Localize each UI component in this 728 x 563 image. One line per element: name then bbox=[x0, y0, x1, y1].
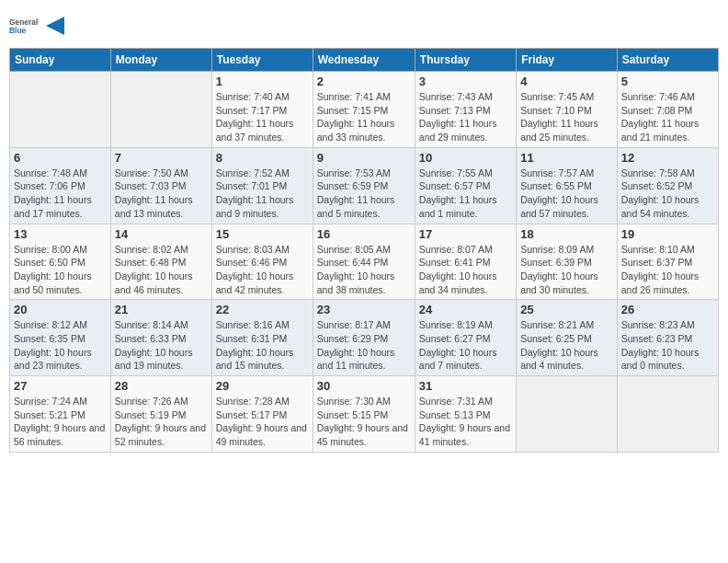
calendar-cell: 7Sunrise: 7:50 AMSunset: 7:03 PMDaylight… bbox=[110, 147, 211, 224]
day-number: 3 bbox=[419, 75, 512, 88]
day-info: Sunrise: 8:09 AMSunset: 6:39 PMDaylight:… bbox=[520, 243, 613, 297]
header-day-friday: Friday bbox=[517, 49, 618, 72]
day-number: 17 bbox=[419, 227, 512, 241]
day-number: 16 bbox=[317, 227, 411, 241]
day-number: 20 bbox=[14, 303, 107, 316]
day-number: 10 bbox=[419, 151, 512, 165]
day-number: 11 bbox=[520, 151, 613, 165]
day-number: 9 bbox=[317, 151, 411, 165]
day-info: Sunrise: 8:17 AMSunset: 6:29 PMDaylight:… bbox=[317, 318, 411, 373]
calendar-cell: 12Sunrise: 7:58 AMSunset: 6:52 PMDayligh… bbox=[617, 147, 718, 224]
calendar-cell: 30Sunrise: 7:30 AMSunset: 5:15 PMDayligh… bbox=[313, 376, 415, 453]
day-number: 28 bbox=[115, 379, 208, 393]
day-number: 30 bbox=[317, 379, 411, 393]
calendar-cell: 24Sunrise: 8:19 AMSunset: 6:27 PMDayligh… bbox=[415, 300, 516, 376]
calendar-cell: 8Sunrise: 7:52 AMSunset: 7:01 PMDaylight… bbox=[211, 147, 313, 224]
day-info: Sunrise: 8:12 AMSunset: 6:35 PMDaylight:… bbox=[14, 318, 107, 373]
day-info: Sunrise: 7:41 AMSunset: 7:15 PMDaylight:… bbox=[317, 90, 411, 144]
day-info: Sunrise: 8:16 AMSunset: 6:31 PMDaylight:… bbox=[216, 318, 309, 373]
header-day-thursday: Thursday bbox=[415, 49, 516, 72]
calendar-week-1: 1Sunrise: 7:40 AMSunset: 7:17 PMDaylight… bbox=[10, 72, 719, 148]
calendar-cell: 18Sunrise: 8:09 AMSunset: 6:39 PMDayligh… bbox=[517, 224, 618, 300]
day-info: Sunrise: 7:58 AMSunset: 6:52 PMDaylight:… bbox=[621, 167, 714, 221]
day-number: 24 bbox=[419, 303, 512, 316]
day-info: Sunrise: 7:46 AMSunset: 7:08 PMDaylight:… bbox=[621, 90, 714, 144]
day-info: Sunrise: 7:31 AMSunset: 5:13 PMDaylight:… bbox=[419, 395, 512, 449]
logo-arrow-icon bbox=[46, 17, 64, 35]
day-number: 22 bbox=[216, 303, 309, 316]
calendar-cell: 20Sunrise: 8:12 AMSunset: 6:35 PMDayligh… bbox=[10, 300, 111, 376]
calendar-cell: 28Sunrise: 7:26 AMSunset: 5:19 PMDayligh… bbox=[110, 376, 211, 453]
svg-text:Blue: Blue bbox=[9, 26, 27, 35]
header-day-tuesday: Tuesday bbox=[211, 49, 313, 72]
calendar-cell: 19Sunrise: 8:10 AMSunset: 6:37 PMDayligh… bbox=[617, 224, 718, 300]
calendar-cell bbox=[517, 376, 618, 453]
calendar-week-5: 27Sunrise: 7:24 AMSunset: 5:21 PMDayligh… bbox=[10, 376, 719, 453]
logo-svg: General Blue bbox=[9, 9, 42, 42]
calendar-cell: 9Sunrise: 7:53 AMSunset: 6:59 PMDaylight… bbox=[313, 147, 415, 224]
day-info: Sunrise: 8:07 AMSunset: 6:41 PMDaylight:… bbox=[419, 243, 512, 297]
day-info: Sunrise: 8:03 AMSunset: 6:46 PMDaylight:… bbox=[216, 243, 309, 297]
calendar-cell: 1Sunrise: 7:40 AMSunset: 7:17 PMDaylight… bbox=[211, 72, 313, 148]
day-info: Sunrise: 7:50 AMSunset: 7:03 PMDaylight:… bbox=[115, 167, 208, 221]
calendar-cell: 27Sunrise: 7:24 AMSunset: 5:21 PMDayligh… bbox=[10, 376, 111, 453]
day-number: 31 bbox=[419, 379, 512, 393]
calendar-cell bbox=[617, 376, 718, 453]
day-info: Sunrise: 8:21 AMSunset: 6:25 PMDaylight:… bbox=[520, 318, 613, 373]
day-number: 21 bbox=[115, 303, 208, 316]
calendar-cell: 11Sunrise: 7:57 AMSunset: 6:55 PMDayligh… bbox=[517, 147, 618, 224]
day-number: 23 bbox=[317, 303, 411, 316]
day-info: Sunrise: 7:30 AMSunset: 5:15 PMDaylight:… bbox=[317, 395, 411, 449]
day-number: 14 bbox=[115, 227, 208, 241]
calendar-cell: 4Sunrise: 7:45 AMSunset: 7:10 PMDaylight… bbox=[517, 72, 618, 148]
day-info: Sunrise: 8:02 AMSunset: 6:48 PMDaylight:… bbox=[115, 243, 208, 297]
day-number: 18 bbox=[520, 227, 613, 241]
day-number: 5 bbox=[621, 75, 714, 88]
header-day-saturday: Saturday bbox=[617, 49, 718, 72]
header: General Blue bbox=[9, 9, 719, 42]
day-number: 27 bbox=[14, 379, 107, 393]
day-number: 8 bbox=[216, 151, 309, 165]
day-info: Sunrise: 7:43 AMSunset: 7:13 PMDaylight:… bbox=[419, 90, 512, 144]
day-info: Sunrise: 8:14 AMSunset: 6:33 PMDaylight:… bbox=[115, 318, 208, 373]
calendar-cell: 15Sunrise: 8:03 AMSunset: 6:46 PMDayligh… bbox=[211, 224, 313, 300]
day-number: 19 bbox=[621, 227, 714, 241]
day-number: 7 bbox=[115, 151, 208, 165]
day-info: Sunrise: 7:48 AMSunset: 7:06 PMDaylight:… bbox=[14, 167, 107, 221]
calendar-cell: 5Sunrise: 7:46 AMSunset: 7:08 PMDaylight… bbox=[617, 72, 718, 148]
day-number: 13 bbox=[14, 227, 107, 241]
calendar-cell: 26Sunrise: 8:23 AMSunset: 6:23 PMDayligh… bbox=[617, 300, 718, 376]
calendar-week-3: 13Sunrise: 8:00 AMSunset: 6:50 PMDayligh… bbox=[10, 224, 719, 300]
calendar-cell: 31Sunrise: 7:31 AMSunset: 5:13 PMDayligh… bbox=[415, 376, 516, 453]
day-number: 29 bbox=[216, 379, 309, 393]
calendar-cell: 29Sunrise: 7:28 AMSunset: 5:17 PMDayligh… bbox=[211, 376, 313, 453]
header-day-monday: Monday bbox=[110, 49, 211, 72]
day-number: 1 bbox=[216, 75, 309, 88]
calendar-week-2: 6Sunrise: 7:48 AMSunset: 7:06 PMDaylight… bbox=[10, 147, 719, 224]
calendar-cell: 2Sunrise: 7:41 AMSunset: 7:15 PMDaylight… bbox=[313, 72, 415, 148]
day-info: Sunrise: 7:53 AMSunset: 6:59 PMDaylight:… bbox=[317, 167, 411, 221]
calendar-cell: 21Sunrise: 8:14 AMSunset: 6:33 PMDayligh… bbox=[110, 300, 211, 376]
header-day-sunday: Sunday bbox=[10, 49, 111, 72]
day-info: Sunrise: 8:23 AMSunset: 6:23 PMDaylight:… bbox=[621, 318, 714, 373]
day-info: Sunrise: 7:57 AMSunset: 6:55 PMDaylight:… bbox=[520, 167, 613, 221]
day-info: Sunrise: 7:55 AMSunset: 6:57 PMDaylight:… bbox=[419, 167, 512, 221]
calendar-cell: 22Sunrise: 8:16 AMSunset: 6:31 PMDayligh… bbox=[211, 300, 313, 376]
day-number: 15 bbox=[216, 227, 309, 241]
day-info: Sunrise: 7:40 AMSunset: 7:17 PMDaylight:… bbox=[216, 90, 309, 144]
svg-marker-2 bbox=[46, 17, 64, 35]
day-info: Sunrise: 7:26 AMSunset: 5:19 PMDaylight:… bbox=[115, 395, 208, 449]
day-number: 6 bbox=[14, 151, 107, 165]
calendar-table: SundayMondayTuesdayWednesdayThursdayFrid… bbox=[9, 48, 719, 453]
header-day-wednesday: Wednesday bbox=[313, 49, 415, 72]
day-info: Sunrise: 8:05 AMSunset: 6:44 PMDaylight:… bbox=[317, 243, 411, 297]
day-info: Sunrise: 8:19 AMSunset: 6:27 PMDaylight:… bbox=[419, 318, 512, 373]
calendar-cell bbox=[10, 72, 111, 148]
calendar-cell: 14Sunrise: 8:02 AMSunset: 6:48 PMDayligh… bbox=[110, 224, 211, 300]
calendar-cell: 25Sunrise: 8:21 AMSunset: 6:25 PMDayligh… bbox=[517, 300, 618, 376]
day-info: Sunrise: 7:45 AMSunset: 7:10 PMDaylight:… bbox=[520, 90, 613, 144]
day-number: 2 bbox=[317, 75, 411, 88]
day-number: 25 bbox=[520, 303, 613, 316]
day-info: Sunrise: 8:00 AMSunset: 6:50 PMDaylight:… bbox=[14, 243, 107, 297]
calendar-cell: 6Sunrise: 7:48 AMSunset: 7:06 PMDaylight… bbox=[10, 147, 111, 224]
